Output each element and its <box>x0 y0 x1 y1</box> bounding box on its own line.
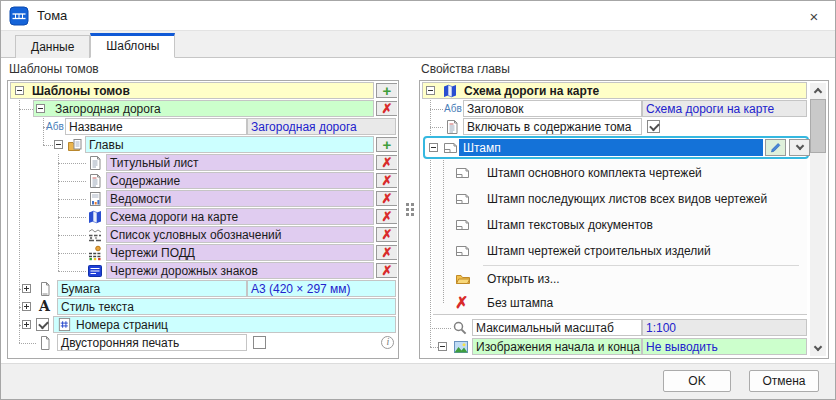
panel-splitter-handle[interactable] <box>405 198 415 220</box>
stamp-option[interactable]: Штамп чертежей строительных изделий <box>433 238 807 264</box>
stamp-option-label: Штамп чертежей строительных изделий <box>487 244 711 258</box>
tree-row-name-property[interactable]: Абв Название Загородная дорога <box>9 118 397 136</box>
volume-template-label: Загородная дорога <box>55 102 161 116</box>
vertical-scrollbar[interactable] <box>810 83 826 356</box>
chapter-label: Чертежи ПОДД <box>110 246 195 260</box>
tree-row-paper[interactable]: Бумага А3 (420 × 297 мм) <box>9 280 397 298</box>
tab-templates[interactable]: Шаблоны <box>90 33 175 58</box>
stamp-icon <box>455 243 471 259</box>
title-bar: Тома × <box>1 1 835 31</box>
tree-row-chapter[interactable]: Список условных обозначений <box>9 226 397 244</box>
collapse-expander[interactable] <box>36 104 45 113</box>
scroll-up-icon[interactable] <box>810 83 826 98</box>
expand-expander[interactable] <box>22 284 31 293</box>
delete-chapter-button[interactable] <box>376 209 397 224</box>
no-stamp-option[interactable]: Без штампа <box>433 291 807 315</box>
scroll-down-icon[interactable] <box>810 341 826 356</box>
delete-volume-template-button[interactable] <box>376 101 397 116</box>
tree-row-volume-template[interactable]: Загородная дорога <box>9 100 397 118</box>
collapse-expander[interactable] <box>54 140 63 149</box>
collapse-expander[interactable] <box>15 86 24 95</box>
add-chapter-button[interactable] <box>376 137 397 152</box>
tree-row-text-style[interactable]: Стиль текста <box>9 298 397 316</box>
edit-stamp-button[interactable] <box>765 139 786 156</box>
collapse-expander[interactable] <box>426 86 435 95</box>
stamp-icon <box>455 191 471 207</box>
templates-tab-page: Шаблоны томов Свойства главы <box>1 58 835 363</box>
delete-chapter-button[interactable] <box>376 263 397 278</box>
contents-icon <box>444 119 460 135</box>
app-road-icon <box>9 6 29 26</box>
delete-chapter-button[interactable] <box>376 227 397 242</box>
right-panel-caption: Свойства главы <box>421 62 510 76</box>
no-stamp-icon <box>455 293 468 312</box>
tree-row-chapter-root[interactable]: Схема дороги на карте <box>421 82 827 100</box>
stamp-label: Штамп <box>463 141 501 155</box>
collapse-expander[interactable] <box>429 143 438 152</box>
tree-row-chapter[interactable]: Содержание <box>9 172 397 190</box>
expand-expander[interactable] <box>22 320 31 329</box>
property-value[interactable]: 1:100 <box>646 321 676 335</box>
tree-row-max-scale[interactable]: Максимальный масштаб 1:100 <box>421 319 827 337</box>
stamp-option[interactable]: Штамп основного комплекта чертежей <box>433 160 807 186</box>
chapter-root-label: Схема дороги на карте <box>464 84 599 98</box>
delete-chapter-button[interactable] <box>376 173 397 188</box>
stamp-dropdown-button[interactable] <box>789 139 810 156</box>
property-value[interactable]: Загородная дорога <box>251 120 357 134</box>
chapters-label: Главы <box>89 138 124 152</box>
stamp-icon <box>443 140 459 156</box>
tree-row-duplex-print[interactable]: Двусторонняя печать <box>9 334 397 352</box>
delete-chapter-button[interactable] <box>376 155 397 170</box>
close-icon[interactable]: × <box>793 1 835 31</box>
property-label: Изображения начала и конца <box>476 340 640 354</box>
tree-row-page-numbers[interactable]: Номера страниц <box>9 316 397 334</box>
stamp-selection-outline: Штамп <box>423 136 809 159</box>
duplex-icon <box>37 335 53 351</box>
no-stamp-label: Без штампа <box>487 296 553 310</box>
tree-row-include-in-contents[interactable]: Включать в содержание тома <box>421 118 827 136</box>
abc-icon: Абв <box>444 103 462 114</box>
tree-row-title-property[interactable]: Абв Заголовок Схема дороги на карте <box>421 100 827 118</box>
page-numbers-icon <box>57 317 72 332</box>
cancel-button[interactable]: Отмена <box>749 370 819 392</box>
delete-chapter-button[interactable] <box>376 191 397 206</box>
tree-row-chapter[interactable]: Титульный лист <box>9 154 397 172</box>
add-volume-template-button[interactable] <box>376 83 397 98</box>
delete-chapter-button[interactable] <box>376 245 397 260</box>
property-value[interactable]: А3 (420 × 297 мм) <box>251 282 351 296</box>
property-label: Двусторонняя печать <box>61 336 179 350</box>
property-label: Заголовок <box>467 102 523 116</box>
traffic-drawings-icon <box>87 245 103 261</box>
chapter-label: Чертежи дорожных знаков <box>110 264 258 278</box>
volumes-dialog: Тома × Данные Шаблоны Шаблоны томов Свой… <box>0 0 836 400</box>
ok-button[interactable]: OK <box>663 370 731 392</box>
chapters-folder-icon <box>67 137 83 153</box>
property-value[interactable]: Схема дороги на карте <box>646 102 774 116</box>
tree-row-chapter[interactable]: Чертежи дорожных знаков <box>9 262 397 280</box>
tree-row-chapter[interactable]: Ведомости <box>9 190 397 208</box>
tree-row-chapters[interactable]: Главы <box>9 136 397 154</box>
include-in-contents-checkbox[interactable] <box>647 120 660 133</box>
stamp-icon <box>455 165 471 181</box>
property-value[interactable]: Не выводить <box>646 340 718 354</box>
tree-row-chapter[interactable]: Схема дороги на карте <box>9 208 397 226</box>
tree-row-chapter[interactable]: Чертежи ПОДД <box>9 244 397 262</box>
chevron-down-icon <box>795 142 803 150</box>
scrollbar-thumb[interactable] <box>810 99 826 153</box>
tree-row-stamp-selected[interactable]: Штамп <box>421 136 827 160</box>
collapse-expander[interactable] <box>438 342 447 351</box>
page-numbers-checkbox[interactable] <box>36 318 49 331</box>
open-from-option[interactable]: Открыть из... <box>433 267 807 291</box>
tree-row-start-end-images[interactable]: Изображения начала и конца Не выводить <box>421 338 827 356</box>
chapter-label: Содержание <box>110 174 180 188</box>
tree-root-label: Шаблоны томов <box>32 84 130 98</box>
expand-expander[interactable] <box>22 302 31 311</box>
duplex-checkbox[interactable] <box>253 336 266 349</box>
stamp-option[interactable]: Штамп последующих листов всех видов черт… <box>433 186 807 212</box>
registers-icon <box>87 191 103 207</box>
stamp-option[interactable]: Штамп текстовых документов <box>433 212 807 238</box>
legend-icon <box>87 227 103 243</box>
tab-strip: Данные Шаблоны <box>1 31 835 58</box>
tab-data[interactable]: Данные <box>15 35 90 58</box>
tree-row-templates-root[interactable]: Шаблоны томов <box>9 82 397 100</box>
